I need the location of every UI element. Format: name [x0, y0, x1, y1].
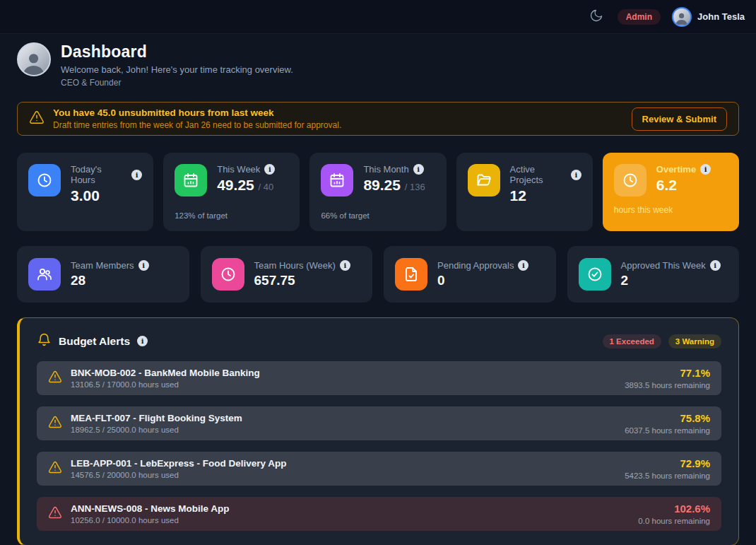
- hours-used: 13106.5 / 17000.0 hours used: [71, 380, 260, 389]
- dark-mode-toggle[interactable]: [586, 6, 606, 28]
- hours-remaining: 5423.5 hours remaining: [625, 471, 710, 480]
- alert-text: MEA-FLT-007 - Flight Booking System 1896…: [71, 413, 242, 434]
- warning-triangle-icon: [48, 505, 62, 522]
- stat-value: 49.25 / 40: [217, 177, 275, 194]
- stats-row-2: Team Members i 28 Team Hours (Week): [17, 246, 739, 303]
- warning-triangle-icon: [48, 460, 62, 477]
- stat-card-pending-approvals: Pending Approvals i 0: [384, 246, 556, 303]
- percent-used: 72.9%: [625, 457, 710, 469]
- info-icon[interactable]: i: [518, 260, 528, 271]
- stat-card-approved-week: Approved This Week i 2: [567, 246, 740, 303]
- profile-avatar: [17, 42, 51, 76]
- project-name: LEB-APP-001 - LebExpress - Food Delivery…: [71, 458, 287, 469]
- alert-metrics: 75.8% 6037.5 hours remaining: [625, 412, 710, 435]
- budget-alerts-header: Budget Alerts i 1 Exceeded 3 Warning: [37, 332, 721, 350]
- stat-card-this-month: This Month i 89.25 / 136 66% of target: [309, 153, 446, 231]
- hours-remaining: 0.0 hours remaining: [638, 517, 710, 525]
- project-name: BNK-MOB-002 - BankMed Mobile Banking: [71, 368, 260, 378]
- stat-card-team-members: Team Members i 28: [17, 246, 189, 303]
- stat-value: 2: [621, 273, 721, 288]
- budget-alerts-title: Budget Alerts: [59, 335, 130, 348]
- stat-text: This Week i 49.25 / 40: [217, 164, 275, 194]
- percent-used: 102.6%: [638, 503, 710, 515]
- admin-badge: Admin: [618, 9, 661, 25]
- budget-badges: 1 Exceeded 3 Warning: [603, 334, 721, 348]
- info-icon[interactable]: i: [137, 336, 148, 346]
- info-icon[interactable]: i: [138, 260, 149, 271]
- info-icon[interactable]: i: [264, 164, 275, 175]
- percent-used: 77.1%: [625, 367, 710, 379]
- calendar-icon: [175, 164, 207, 197]
- hours-remaining: 3893.5 hours remaining: [625, 381, 710, 389]
- stats-row-1: Today's Hours i 3.00 This Week: [17, 153, 739, 231]
- users-icon: [28, 258, 61, 291]
- banner-text: You have 45.0 unsubmitted hours from las…: [53, 107, 341, 130]
- info-icon[interactable]: i: [710, 260, 721, 271]
- alert-metrics: 77.1% 3893.5 hours remaining: [625, 367, 710, 389]
- stat-label: Pending Approvals: [437, 260, 514, 271]
- stat-label: This Month: [363, 164, 408, 175]
- stat-value: 657.75: [254, 273, 350, 288]
- dashboard-page: Admin John Tesla Dashboard Welcome back,…: [0, 0, 756, 545]
- info-icon[interactable]: i: [131, 170, 142, 180]
- clock-icon: [28, 164, 61, 197]
- alert-text: BNK-MOB-002 - BankMed Mobile Banking 131…: [71, 368, 260, 389]
- stat-text: Team Members i 28: [71, 260, 149, 288]
- clock-icon: [614, 164, 646, 197]
- stat-text: Active Projects i 12: [510, 164, 581, 204]
- hours-used: 10256.0 / 10000.0 hours used: [71, 516, 230, 525]
- banner-subtitle: Draft time entries from the week of Jan …: [53, 120, 341, 130]
- budget-alert-row[interactable]: BNK-MOB-002 - BankMed Mobile Banking 131…: [37, 361, 721, 395]
- main-content: Dashboard Welcome back, John! Here's you…: [0, 42, 756, 545]
- stat-value: 6.2: [656, 177, 711, 194]
- page-header-text: Dashboard Welcome back, John! Here's you…: [61, 42, 293, 88]
- info-icon[interactable]: i: [413, 164, 424, 175]
- hours-used: 14576.5 / 20000.0 hours used: [71, 471, 287, 479]
- page-header: Dashboard Welcome back, John! Here's you…: [17, 42, 739, 88]
- progress-label: 123% of target: [175, 211, 288, 220]
- stat-card-todays-hours: Today's Hours i 3.00: [17, 153, 153, 231]
- user-menu[interactable]: John Tesla: [672, 7, 745, 27]
- budget-alert-row[interactable]: LEB-APP-001 - LebExpress - Food Delivery…: [37, 452, 721, 486]
- info-icon[interactable]: i: [340, 260, 350, 271]
- user-role: CEO & Founder: [61, 78, 293, 88]
- review-submit-button[interactable]: Review & Submit: [632, 107, 727, 131]
- stat-label: Active Projects: [510, 164, 567, 185]
- unsubmitted-hours-banner: You have 45.0 unsubmitted hours from las…: [17, 102, 739, 136]
- stat-label: Today's Hours: [71, 164, 127, 185]
- info-icon[interactable]: i: [700, 164, 711, 175]
- stat-card-this-week: This Week i 49.25 / 40 123% of target: [163, 153, 300, 231]
- project-name: MEA-FLT-007 - Flight Booking System: [71, 413, 242, 423]
- stat-target: / 40: [259, 182, 274, 192]
- stat-label: Overtime: [656, 164, 696, 175]
- info-icon[interactable]: i: [571, 170, 581, 180]
- percent-used: 75.8%: [625, 412, 710, 424]
- alert-metrics: 72.9% 5423.5 hours remaining: [625, 457, 710, 480]
- stat-card-overtime: Overtime i 6.2 hours this week: [603, 153, 739, 231]
- warning-badge: 3 Warning: [668, 334, 721, 348]
- budget-alert-row[interactable]: MEA-FLT-007 - Flight Booking System 1896…: [37, 406, 721, 440]
- moon-icon: [589, 8, 603, 25]
- project-name: ANN-NEWS-008 - News Mobile App: [71, 503, 230, 514]
- stat-text: This Month i 89.25 / 136: [363, 164, 425, 194]
- stat-text: Team Hours (Week) i 657.75: [254, 260, 350, 288]
- alert-metrics: 102.6% 0.0 hours remaining: [638, 503, 710, 525]
- stat-text: Overtime i 6.2: [656, 164, 711, 194]
- warning-triangle-icon: [48, 415, 62, 432]
- budget-alerts-card: Budget Alerts i 1 Exceeded 3 Warning BNK…: [17, 317, 739, 545]
- page-subtitle: Welcome back, John! Here's your time tra…: [61, 64, 293, 75]
- alert-text: ANN-NEWS-008 - News Mobile App 10256.0 /…: [71, 503, 230, 525]
- folder-icon: [468, 164, 500, 197]
- budget-alert-row[interactable]: ANN-NEWS-008 - News Mobile App 10256.0 /…: [37, 497, 721, 531]
- stat-card-team-hours: Team Hours (Week) i 657.75: [201, 246, 373, 303]
- banner-title: You have 45.0 unsubmitted hours from las…: [53, 107, 341, 118]
- stat-value: 0: [437, 273, 528, 288]
- stat-value: 3.00: [71, 187, 142, 204]
- avatar: [672, 7, 692, 27]
- stat-label: This Week: [217, 164, 260, 175]
- progress-label: 66% of target: [321, 211, 435, 220]
- clock-icon: [212, 258, 244, 291]
- stat-footer: hours this week: [614, 205, 728, 215]
- hours-remaining: 6037.5 hours remaining: [625, 426, 710, 435]
- stat-text: Approved This Week i 2: [621, 260, 721, 288]
